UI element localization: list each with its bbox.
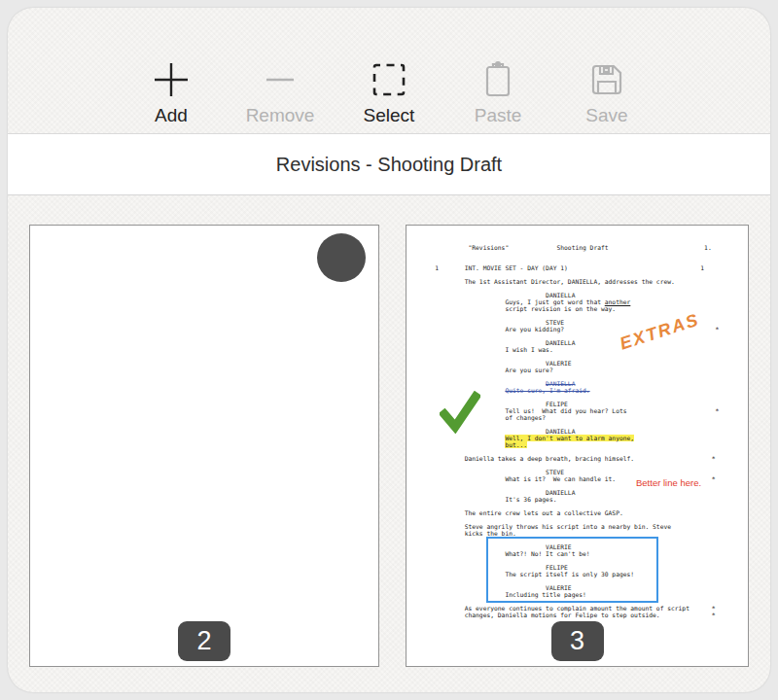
document-title: Revisions - Shooting Draft — [276, 154, 502, 176]
remove-button: Remove — [226, 57, 335, 127]
page-thumbnail-3[interactable]: "Revisions" Shooting Draft 1. 1 INT. MOV… — [406, 225, 749, 667]
add-button[interactable]: Add — [117, 57, 226, 127]
remove-button-label: Remove — [246, 104, 315, 127]
minus-icon — [264, 57, 297, 102]
save-button: Save — [552, 57, 661, 127]
title-bar: Revisions - Shooting Draft — [8, 133, 770, 195]
paste-button: Paste — [443, 57, 552, 127]
add-button-label: Add — [155, 104, 188, 127]
floppy-icon — [588, 57, 625, 102]
app-window: Add Remove Select Pas — [8, 8, 770, 692]
page-thumbnail-2[interactable]: 2 — [29, 225, 379, 667]
save-button-label: Save — [585, 104, 627, 127]
select-button[interactable]: Select — [335, 57, 443, 127]
blue-box-annotation — [486, 537, 658, 603]
page-number-badge: 2 — [178, 621, 230, 661]
checkmark-annotation — [440, 391, 480, 434]
better-line-note: Better line here. — [636, 477, 701, 488]
toolbar: Add Remove Select Pas — [8, 8, 770, 133]
page-number-badge: 3 — [551, 621, 604, 661]
paste-button-label: Paste — [475, 104, 522, 127]
circle-annotation — [317, 233, 366, 282]
selection-icon — [371, 57, 407, 102]
clipboard-icon — [480, 57, 515, 102]
plus-icon — [152, 57, 191, 102]
select-button-label: Select — [364, 104, 415, 127]
